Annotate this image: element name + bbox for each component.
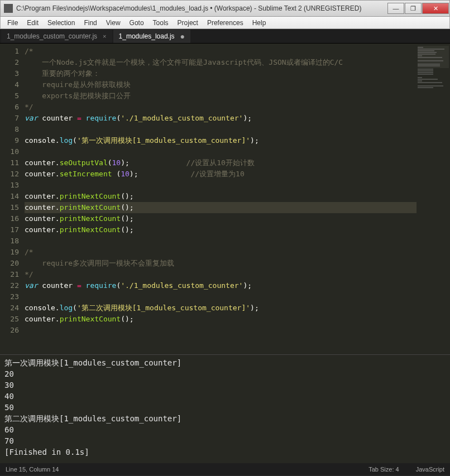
tab-label: 1_modules_custom_counter.js bbox=[7, 32, 97, 40]
comment: exports是把模块接口公开 bbox=[25, 92, 131, 100]
line-number[interactable]: 21 bbox=[0, 269, 19, 280]
console-line: 第一次调用模块[1_modules_custom_counter] bbox=[4, 357, 446, 368]
editor: 1 2 3 4 5 6 7 8 9 10 11 12 13 14 15 16 1… bbox=[0, 44, 450, 354]
status-syntax[interactable]: JavaScript bbox=[416, 466, 444, 473]
line-number[interactable]: 8 bbox=[0, 124, 19, 135]
keyword: var bbox=[25, 114, 37, 122]
line-number[interactable]: 22 bbox=[0, 280, 19, 291]
close-icon[interactable]: × bbox=[103, 33, 106, 40]
line-number[interactable]: 9 bbox=[0, 135, 19, 146]
comment: require多次调用同一模块不会重复加载 bbox=[25, 259, 174, 267]
line-number[interactable]: 17 bbox=[0, 224, 19, 235]
status-tab-size[interactable]: Tab Size: 4 bbox=[368, 466, 399, 473]
line-number[interactable]: 18 bbox=[0, 235, 19, 247]
line-number[interactable]: 13 bbox=[0, 180, 19, 191]
menu-goto[interactable]: Goto bbox=[125, 18, 149, 28]
line-number[interactable]: 20 bbox=[0, 258, 19, 269]
line-number[interactable]: 24 bbox=[0, 302, 19, 314]
comment: 一个Node.js文件就是一个模块，这个文件可能是Javascript代码、JS… bbox=[25, 58, 343, 66]
menu-view[interactable]: View bbox=[102, 18, 125, 28]
console-line: 20 bbox=[4, 368, 446, 379]
window-maximize-button[interactable]: ❐ bbox=[405, 3, 422, 14]
console-line: 70 bbox=[4, 435, 446, 446]
line-number[interactable]: 10 bbox=[0, 146, 19, 157]
window-minimize-button[interactable]: — bbox=[387, 3, 404, 14]
line-number[interactable]: 15 bbox=[0, 202, 19, 213]
status-cursor-position[interactable]: Line 15, Column 14 bbox=[6, 466, 368, 473]
comment: require是从外部获取模块 bbox=[25, 80, 131, 89]
tab-load-file[interactable]: 1_modules_load.js ● bbox=[113, 30, 191, 43]
line-number[interactable]: 3 bbox=[0, 68, 19, 79]
line-number[interactable]: 12 bbox=[0, 169, 19, 180]
console-line: 30 bbox=[4, 379, 446, 391]
dirty-icon: ● bbox=[180, 33, 185, 39]
build-output-panel[interactable]: 第一次调用模块[1_modules_custom_counter] 20 30 … bbox=[0, 354, 450, 463]
console-line: 40 bbox=[4, 391, 446, 402]
menu-project[interactable]: Project bbox=[173, 18, 203, 28]
menu-preferences[interactable]: Preferences bbox=[203, 18, 248, 28]
menu-bar: File Edit Selection Find View Goto Tools… bbox=[0, 17, 450, 29]
code-area[interactable]: /* 一个Node.js文件就是一个模块，这个文件可能是Javascript代码… bbox=[25, 44, 450, 354]
line-number[interactable]: 4 bbox=[0, 79, 19, 90]
line-number[interactable]: 5 bbox=[0, 90, 19, 102]
line-number[interactable]: 6 bbox=[0, 102, 19, 113]
minimap-content bbox=[418, 47, 446, 89]
line-number[interactable]: 16 bbox=[0, 213, 19, 224]
line-gutter: 1 2 3 4 5 6 7 8 9 10 11 12 13 14 15 16 1… bbox=[0, 44, 25, 354]
window-title: C:\Program Files\nodejs\Workspace\module… bbox=[16, 4, 387, 12]
window-titlebar: C:\Program Files\nodejs\Workspace\module… bbox=[0, 0, 450, 17]
comment: */ bbox=[25, 270, 33, 278]
app-icon bbox=[4, 4, 13, 13]
line-number[interactable]: 14 bbox=[0, 191, 19, 202]
line-number[interactable]: 25 bbox=[0, 314, 19, 325]
current-line: counter.printNextCount(); bbox=[25, 202, 450, 213]
menu-find[interactable]: Find bbox=[79, 18, 101, 28]
console-line: [Finished in 0.1s] bbox=[4, 446, 446, 458]
line-number[interactable]: 19 bbox=[0, 247, 19, 258]
minimap[interactable] bbox=[417, 44, 450, 354]
tab-label: 1_modules_load.js bbox=[119, 32, 175, 40]
status-bar: Line 15, Column 14 Tab Size: 4 JavaScrip… bbox=[0, 463, 450, 475]
window-controls: — ❐ ✕ bbox=[387, 3, 449, 14]
menu-help[interactable]: Help bbox=[248, 18, 271, 28]
menu-file[interactable]: File bbox=[3, 18, 22, 28]
menu-edit[interactable]: Edit bbox=[22, 18, 43, 28]
line-number[interactable]: 26 bbox=[0, 325, 19, 336]
tab-bar: 1_modules_custom_counter.js × 1_modules_… bbox=[0, 29, 450, 44]
line-number[interactable]: 2 bbox=[0, 57, 19, 68]
tab-counter-file[interactable]: 1_modules_custom_counter.js × bbox=[1, 30, 112, 43]
comment: 重要的两个对象： bbox=[25, 69, 100, 78]
comment: */ bbox=[25, 103, 33, 111]
menu-tools[interactable]: Tools bbox=[149, 18, 173, 28]
console-line: 60 bbox=[4, 424, 446, 435]
comment: /* bbox=[25, 248, 33, 256]
line-number[interactable]: 7 bbox=[0, 113, 19, 124]
menu-selection[interactable]: Selection bbox=[43, 18, 79, 28]
comment: /* bbox=[25, 47, 33, 55]
line-number[interactable]: 11 bbox=[0, 157, 19, 169]
console-line: 50 bbox=[4, 402, 446, 413]
line-number[interactable]: 23 bbox=[0, 291, 19, 302]
line-number[interactable]: 1 bbox=[0, 46, 19, 57]
console-line: 第二次调用模块[1_modules_custom_counter] bbox=[4, 413, 446, 424]
window-close-button[interactable]: ✕ bbox=[422, 3, 449, 14]
